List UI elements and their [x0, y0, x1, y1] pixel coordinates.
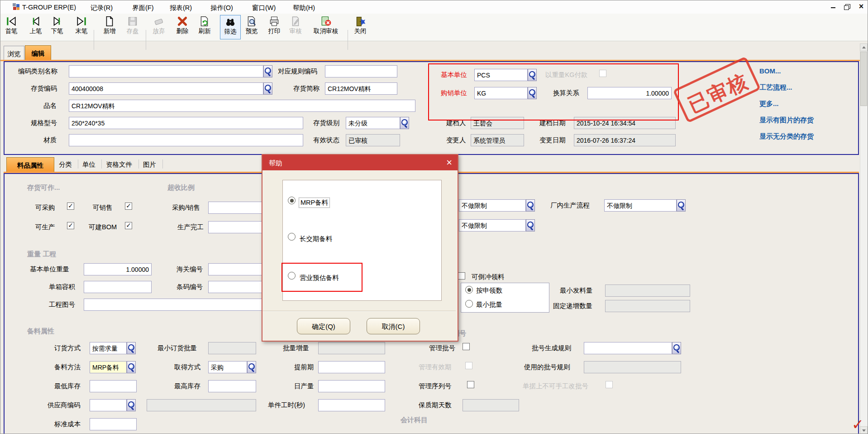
base-weight-field[interactable]: 1.00000: [84, 263, 152, 275]
purchase-limit-field[interactable]: 不做限制: [459, 199, 526, 212]
daily-output-field[interactable]: [318, 380, 385, 392]
lookup-button[interactable]: [400, 117, 409, 129]
box-volume-field[interactable]: [84, 281, 152, 293]
lookup-button[interactable]: [526, 199, 535, 212]
stock-method-field[interactable]: MRP备料: [90, 361, 127, 373]
minimize-button[interactable]: [828, 3, 838, 11]
changer-label: 变更人: [446, 137, 466, 144]
can-bom-checkbox[interactable]: [125, 222, 132, 229]
lookup-button[interactable]: [528, 87, 537, 99]
option-long-lead-label[interactable]: 长交期备料: [300, 235, 333, 243]
print-button[interactable]: 打印: [264, 15, 285, 39]
new-button[interactable]: 新增: [99, 15, 120, 39]
manage-valid-checkbox: [465, 362, 472, 369]
manage-batch-checkbox[interactable]: [463, 343, 470, 350]
menu-app[interactable]: T-GROUP ERP(E): [22, 4, 76, 11]
scrollbar-thumb[interactable]: [860, 52, 867, 106]
lookup-button[interactable]: [263, 65, 272, 77]
option-long-lead-radio[interactable]: [288, 233, 296, 241]
cancel-button[interactable]: 取消(C): [367, 318, 420, 334]
next-record-button[interactable]: 下笔: [47, 15, 67, 39]
prev-record-button[interactable]: 上笔: [25, 15, 46, 39]
batch-rule-field[interactable]: [584, 342, 672, 354]
lookup-button[interactable]: [263, 82, 272, 95]
conv-field[interactable]: 1.00000: [587, 87, 672, 99]
coding-class-field[interactable]: [69, 65, 263, 77]
subtab-unit[interactable]: 单位: [82, 161, 95, 168]
link-show-with-image[interactable]: 显示有图片的存货: [759, 116, 814, 125]
ok-button[interactable]: 确定(Q): [297, 318, 350, 334]
subtab-qualification[interactable]: 资格文件: [106, 161, 132, 168]
option-mrp-radio[interactable]: [288, 197, 296, 204]
manage-serial-checkbox[interactable]: [467, 381, 474, 388]
min-batch-radio[interactable]: [465, 300, 473, 308]
subtab-image[interactable]: 图片: [143, 161, 156, 168]
menu-window[interactable]: 窗口(W): [252, 4, 276, 12]
close-form-button[interactable]: 关闭: [350, 15, 371, 39]
menu-help[interactable]: 帮助(H): [293, 4, 315, 12]
name-field[interactable]: CR12MOV精料: [69, 100, 415, 112]
lookup-button[interactable]: [526, 219, 535, 231]
inv-code-field[interactable]: 400400008: [69, 82, 263, 95]
lookup-button[interactable]: [677, 199, 686, 212]
base-unit-field[interactable]: PCS: [474, 69, 528, 81]
max-stock-field[interactable]: [208, 380, 256, 392]
lookup-button[interactable]: [247, 361, 256, 373]
restore-button[interactable]: [842, 3, 852, 11]
tab-edit[interactable]: 编辑: [25, 45, 51, 60]
lookup-button[interactable]: [127, 342, 136, 354]
lookup-button[interactable]: [127, 399, 136, 411]
acquire-field[interactable]: 采购: [208, 361, 247, 373]
unit-time-field[interactable]: [318, 399, 385, 411]
order-way-field[interactable]: 按需求量: [90, 342, 127, 354]
subtab-item-props[interactable]: 料品属性: [6, 157, 54, 172]
last-record-button[interactable]: 末笔: [71, 15, 92, 39]
backflush-checkbox[interactable]: [458, 272, 465, 280]
sale-limit-field[interactable]: 不做限制: [459, 219, 526, 231]
filter-button[interactable]: 筛选: [220, 15, 241, 39]
can-sale-checkbox[interactable]: [125, 203, 132, 210]
trade-unit-field[interactable]: KG: [474, 87, 528, 99]
preview-button[interactable]: 预览: [241, 15, 262, 39]
lead-time-field[interactable]: [318, 361, 385, 373]
option-mrp-label[interactable]: MRP备料: [299, 198, 330, 208]
can-purchase-checkbox[interactable]: [67, 203, 74, 210]
menu-ui[interactable]: 界面(F): [132, 4, 154, 12]
print-icon: [268, 15, 281, 27]
lookup-button[interactable]: [127, 361, 136, 373]
drawing-field[interactable]: [84, 299, 274, 311]
spec-field[interactable]: 250*240*35: [69, 117, 303, 129]
can-produce-checkbox[interactable]: [67, 222, 74, 229]
menu-action[interactable]: 操作(O): [210, 4, 233, 12]
max-stock-label: 最高库存: [174, 383, 200, 390]
inv-abbr-field[interactable]: CR12MOV精料: [325, 82, 397, 95]
lookup-button[interactable]: [672, 342, 681, 354]
delete-button[interactable]: 删除: [172, 15, 193, 39]
link-process-flow[interactable]: 工艺流程...: [759, 83, 792, 92]
material-field[interactable]: [69, 134, 303, 146]
level-field[interactable]: 未分级: [346, 117, 400, 129]
dialog-close-icon[interactable]: ×: [446, 157, 452, 168]
tab-browse[interactable]: 浏览: [4, 46, 24, 60]
created-label: 建档日期: [539, 120, 566, 126]
cancel-audit-button[interactable]: 取消审核: [311, 15, 340, 39]
menu-record[interactable]: 记录(R): [91, 4, 113, 12]
link-more[interactable]: 更多...: [759, 100, 779, 108]
supplier-field[interactable]: [90, 399, 127, 411]
factory-flow-field[interactable]: 不做限制: [604, 199, 677, 212]
subtab-classify[interactable]: 分类: [59, 161, 72, 168]
lookup-button[interactable]: [528, 69, 537, 81]
link-bom[interactable]: BOM...: [759, 67, 781, 75]
min-stock-field[interactable]: [90, 380, 137, 392]
close-window-button[interactable]: ×: [856, 3, 866, 11]
pay-by-kg-checkbox: [599, 70, 606, 77]
std-cost-field[interactable]: [90, 418, 137, 430]
menu-report[interactable]: 报表(R): [170, 4, 192, 12]
first-record-button[interactable]: 首笔: [1, 15, 22, 39]
rule-code-field[interactable]: [325, 65, 397, 77]
manage-batch-label: 管理批号: [429, 345, 455, 352]
by-request-radio[interactable]: [465, 286, 473, 294]
refresh-button[interactable]: 刷新: [194, 15, 215, 39]
link-show-unclassified[interactable]: 显示无分类的存货: [759, 132, 814, 141]
scroll-up-button[interactable]: [860, 43, 868, 51]
